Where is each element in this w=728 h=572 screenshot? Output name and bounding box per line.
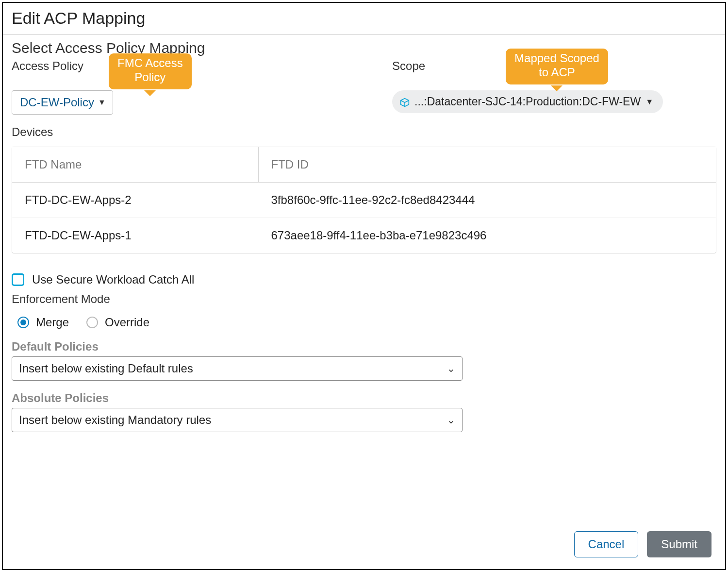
default-policies-value: Insert below existing Default rules — [19, 362, 193, 375]
dialog: Edit ACP Mapping Select Access Policy Ma… — [2, 2, 726, 570]
default-policies-label: Default Policies — [12, 340, 716, 353]
access-policy-label: Access Policy — [12, 59, 392, 73]
scope-column: Scope Mapped Scoped to ACP ...:Datacente… — [392, 59, 716, 113]
scope-select[interactable]: ...:Datacenter-SJC-14:Production:DC-FW-E… — [392, 90, 663, 113]
radio-override-label: Override — [105, 316, 149, 329]
radio-icon — [86, 317, 98, 328]
absolute-policies-value: Insert below existing Mandatory rules — [19, 413, 211, 427]
cell-ftd-name: FTD-DC-EW-Apps-2 — [12, 183, 259, 218]
absolute-policies-select[interactable]: Insert below existing Mandatory rules ⌄ — [12, 408, 463, 432]
access-policy-select[interactable]: DC-EW-Policy ▼ — [12, 90, 113, 115]
scope-value: ...:Datacenter-SJC-14:Production:DC-FW-E… — [414, 95, 641, 108]
catch-all-checkbox[interactable] — [12, 273, 24, 286]
devices-table: FTD Name FTD ID FTD-DC-EW-Apps-2 3fb8f60… — [12, 147, 716, 253]
enforcement-mode-label: Enforcement Mode — [12, 292, 716, 306]
absolute-policies-group: Absolute Policies Insert below existing … — [12, 391, 716, 432]
radio-merge[interactable]: Merge — [17, 316, 69, 329]
cancel-button[interactable]: Cancel — [574, 531, 639, 557]
submit-button[interactable]: Submit — [647, 531, 711, 557]
form-section: Select Access Policy Mapping Access Poli… — [3, 35, 725, 432]
dialog-title: Edit ACP Mapping — [3, 3, 725, 35]
policy-scope-row: Access Policy FMC Access Policy DC-EW-Po… — [12, 59, 716, 115]
callout-fmc-access-policy: FMC Access Policy — [109, 53, 192, 89]
caret-down-icon: ▼ — [645, 98, 653, 106]
chevron-down-icon: ⌄ — [447, 363, 455, 374]
callout-mapped-scope: Mapped Scoped to ACP — [506, 49, 608, 84]
enforcement-radio-group: Merge Override — [12, 316, 716, 329]
radio-icon — [17, 317, 29, 328]
caret-down-icon: ▼ — [98, 98, 106, 107]
dialog-footer: Cancel Submit — [574, 531, 711, 557]
cell-ftd-name: FTD-DC-EW-Apps-1 — [12, 218, 259, 253]
radio-override[interactable]: Override — [86, 316, 149, 329]
col-ftd-id: FTD ID — [259, 147, 716, 182]
default-policies-select[interactable]: Insert below existing Default rules ⌄ — [12, 356, 463, 381]
catch-all-row: Use Secure Workload Catch All — [12, 273, 716, 286]
default-policies-group: Default Policies Insert below existing D… — [12, 340, 716, 381]
cell-ftd-id: 673aee18-9ff4-11ee-b3ba-e71e9823c496 — [259, 218, 716, 253]
table-row: FTD-DC-EW-Apps-1 673aee18-9ff4-11ee-b3ba… — [12, 218, 716, 253]
table-header: FTD Name FTD ID — [12, 147, 716, 183]
absolute-policies-label: Absolute Policies — [12, 391, 716, 405]
access-policy-value: DC-EW-Policy — [20, 96, 94, 109]
col-ftd-name: FTD Name — [12, 147, 259, 182]
table-row: FTD-DC-EW-Apps-2 3fb8f60c-9ffc-11ee-92c2… — [12, 183, 716, 218]
radio-merge-label: Merge — [36, 316, 69, 329]
catch-all-label: Use Secure Workload Catch All — [32, 273, 194, 286]
cube-icon — [400, 97, 410, 107]
access-policy-column: Access Policy FMC Access Policy DC-EW-Po… — [12, 59, 392, 115]
cell-ftd-id: 3fb8f60c-9ffc-11ee-92c2-fc8ed8423444 — [259, 183, 716, 218]
chevron-down-icon: ⌄ — [447, 414, 455, 426]
devices-label: Devices — [12, 125, 716, 139]
